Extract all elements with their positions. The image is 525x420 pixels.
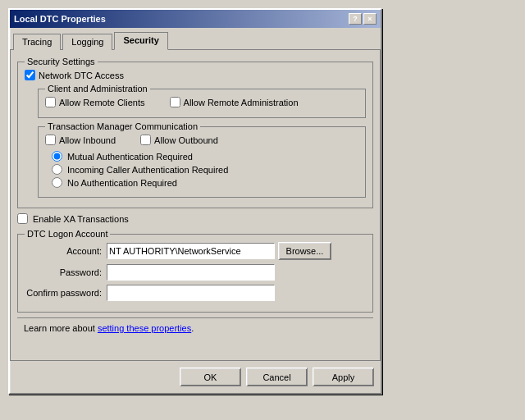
confirm-password-row: Confirm password: (25, 285, 366, 301)
allow-remote-clients-label: Allow Remote Clients (59, 98, 145, 107)
tab-security[interactable]: Security (114, 32, 167, 50)
password-row: Password: (25, 264, 366, 281)
account-row: Account: Browse... (25, 242, 366, 260)
tab-logging[interactable]: Logging (62, 34, 112, 50)
transaction-manager-group: Transaction Manager Communication Allow … (38, 121, 366, 198)
password-label: Password: (25, 267, 107, 277)
incoming-caller-row: Incoming Caller Authentication Required (52, 164, 358, 175)
password-input[interactable] (107, 264, 275, 281)
account-label: Account: (25, 246, 107, 256)
title-bar-controls: ? × (349, 13, 377, 25)
main-window: Local DTC Properties ? × Tracing Logging… (8, 8, 382, 395)
allow-remote-admin-row: Allow Remote Administration (170, 97, 299, 107)
dtc-logon-group: DTC Logon Account Account: Browse... Pas… (17, 229, 373, 313)
incoming-caller-radio[interactable] (52, 164, 62, 175)
security-settings-group: Security Settings Network DTC Access Cli… (17, 57, 373, 208)
help-button[interactable]: ? (349, 13, 362, 25)
allow-remote-admin-label: Allow Remote Administration (184, 98, 299, 107)
no-auth-radio[interactable] (52, 177, 62, 188)
learn-more-period: . (191, 323, 194, 333)
close-button[interactable]: × (363, 13, 377, 25)
cancel-button[interactable]: Cancel (246, 368, 308, 386)
allow-outbound-row: Allow Outbound (140, 135, 218, 145)
transaction-manager-legend: Transaction Manager Communication (45, 121, 200, 131)
client-admin-legend: Client and Administration (45, 84, 150, 94)
button-bar: OK Cancel Apply (10, 361, 381, 393)
allow-remote-admin-checkbox[interactable] (170, 97, 180, 107)
account-input[interactable] (107, 243, 275, 259)
client-admin-group: Client and Administration Allow Remote C… (38, 84, 366, 118)
apply-button[interactable]: Apply (313, 368, 374, 386)
network-dtc-access-row: Network DTC Access (25, 70, 366, 80)
tab-tracing[interactable]: Tracing (13, 34, 61, 50)
mutual-auth-radio[interactable] (52, 151, 62, 162)
confirm-password-label: Confirm password: (25, 288, 107, 298)
allow-outbound-label: Allow Outbound (154, 135, 218, 145)
allow-inbound-label: Allow Inbound (59, 135, 116, 145)
allow-outbound-checkbox[interactable] (140, 135, 151, 145)
no-auth-label: No Authentication Required (67, 178, 177, 188)
enable-xa-checkbox[interactable] (17, 213, 28, 224)
mutual-auth-label: Mutual Authentication Required (67, 152, 193, 162)
inbound-outbound-row: Allow Inbound Allow Outbound (45, 135, 358, 148)
browse-button[interactable]: Browse... (278, 242, 331, 260)
confirm-password-input[interactable] (107, 285, 275, 301)
allow-inbound-checkbox[interactable] (45, 135, 56, 145)
client-admin-options: Allow Remote Clients Allow Remote Admini… (45, 97, 358, 111)
no-auth-row: No Authentication Required (52, 177, 358, 188)
learn-more-link[interactable]: setting these properties (98, 323, 191, 333)
enable-xa-row: Enable XA Transactions (17, 213, 373, 224)
incoming-caller-label: Incoming Caller Authentication Required (67, 165, 228, 175)
window-title: Local DTC Properties (14, 14, 106, 24)
security-tab-content: Security Settings Network DTC Access Cli… (10, 49, 381, 361)
allow-remote-clients-row: Allow Remote Clients (45, 97, 145, 107)
allow-remote-clients-checkbox[interactable] (45, 97, 56, 107)
title-bar: Local DTC Properties ? × (10, 10, 381, 28)
learn-more-area: Learn more about setting these propertie… (17, 317, 373, 336)
network-dtc-access-label: Network DTC Access (39, 71, 124, 80)
network-dtc-access-checkbox[interactable] (25, 70, 35, 80)
tab-bar: Tracing Logging Security (10, 28, 381, 49)
dtc-logon-legend: DTC Logon Account (25, 229, 110, 239)
ok-button[interactable]: OK (180, 368, 241, 386)
mutual-auth-row: Mutual Authentication Required (52, 151, 358, 162)
enable-xa-label: Enable XA Transactions (33, 214, 129, 224)
security-settings-legend: Security Settings (25, 57, 98, 66)
learn-more-text: Learn more about (24, 323, 98, 333)
allow-inbound-row: Allow Inbound (45, 135, 116, 145)
